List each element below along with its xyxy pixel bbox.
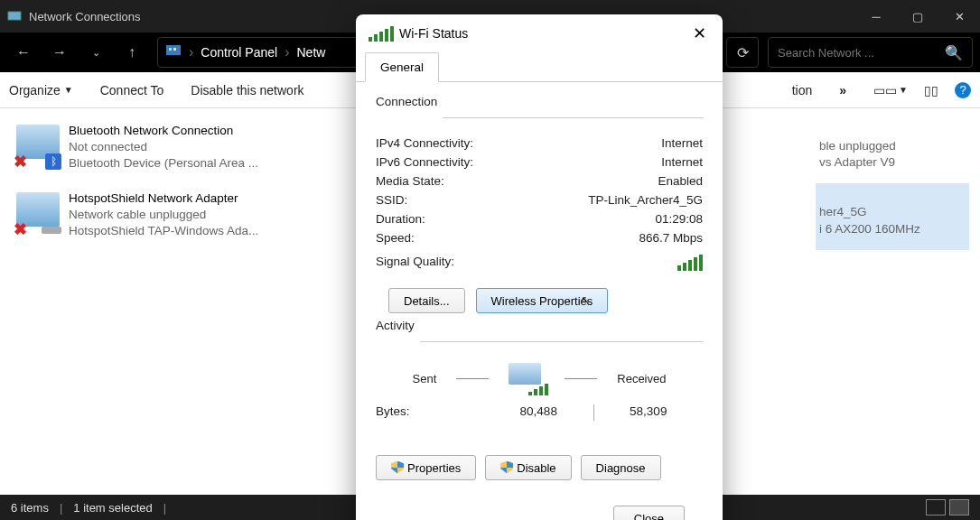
sent-label: Sent bbox=[413, 372, 437, 385]
ssid-label: SSID: bbox=[376, 193, 407, 207]
svg-rect-4 bbox=[173, 48, 176, 51]
ethernet-badge-icon bbox=[42, 227, 61, 234]
ipv4-value: Internet bbox=[661, 136, 703, 150]
dialog-titlebar[interactable]: Wi-Fi Status ✕ bbox=[356, 14, 723, 52]
signal-bars-icon bbox=[677, 255, 703, 271]
search-box[interactable]: 🔍 bbox=[768, 37, 973, 68]
window-title: Network Connections bbox=[29, 10, 141, 23]
connect-to-button[interactable]: Connect To bbox=[100, 83, 164, 98]
adapter-device: vs Adapter V9 bbox=[819, 154, 966, 171]
search-input[interactable] bbox=[778, 46, 945, 60]
adapter-status: her4_5G bbox=[819, 204, 966, 220]
adapter-icon: ✖ ᛒ bbox=[14, 123, 60, 168]
activity-group: Activity Sent Received Bytes: 80,488 58,… bbox=[376, 335, 703, 480]
app-icon bbox=[7, 9, 22, 23]
recent-dropdown[interactable]: ⌄ bbox=[79, 36, 112, 69]
speed-label: Speed: bbox=[376, 231, 415, 245]
selection-count: 1 item selected bbox=[73, 501, 152, 515]
dialog-close-button[interactable]: ✕ bbox=[689, 20, 710, 47]
diagnose-button[interactable]: Diagnose bbox=[581, 455, 661, 480]
adapter-hotspotshield[interactable]: ✖ HotspotShield Network Adapter Network … bbox=[11, 185, 414, 253]
bluetooth-badge-icon: ᛒ bbox=[45, 153, 61, 170]
activity-line bbox=[565, 378, 597, 379]
ipv4-label: IPv4 Connectivity: bbox=[376, 136, 473, 150]
adapter-bluetooth[interactable]: ✖ ᛒ Bluetooth Network Connection Not con… bbox=[11, 117, 414, 185]
preview-pane-button[interactable]: ▯▯ bbox=[924, 83, 938, 98]
adapter-cut-text[interactable]: ble unplugged vs Adapter V9 bbox=[816, 117, 969, 183]
adapter-device: i 6 AX200 160MHz bbox=[819, 221, 966, 237]
disable-button[interactable]: Disable bbox=[485, 455, 571, 480]
forward-button[interactable]: → bbox=[43, 36, 76, 69]
shield-icon bbox=[500, 461, 513, 474]
maximize-button[interactable]: ▢ bbox=[897, 0, 938, 32]
refresh-button[interactable]: ⟳ bbox=[726, 37, 759, 68]
disable-device-button[interactable]: Disable this network bbox=[191, 83, 303, 98]
view-details-button[interactable] bbox=[926, 499, 946, 515]
ssid-value: TP-Link_Archer4_5G bbox=[588, 193, 703, 207]
properties-button[interactable]: Properties bbox=[376, 455, 476, 480]
cursor-icon: ↖ bbox=[581, 293, 591, 319]
activity-icon bbox=[509, 363, 545, 394]
search-icon: 🔍 bbox=[945, 44, 963, 61]
breadcrumb-control-panel[interactable]: Control Panel bbox=[201, 45, 277, 60]
ipv6-value: Internet bbox=[661, 155, 703, 169]
diagnose-button-trunc[interactable]: tion bbox=[792, 83, 813, 98]
svg-rect-0 bbox=[8, 12, 21, 20]
ipv6-label: IPv6 Connectivity: bbox=[376, 155, 473, 169]
dialog-title: Wi-Fi Status bbox=[399, 26, 468, 41]
up-button[interactable]: ↑ bbox=[116, 36, 148, 69]
bytes-received-value: 58,309 bbox=[594, 404, 704, 421]
speed-value: 866.7 Mbps bbox=[639, 231, 703, 245]
activity-line bbox=[456, 378, 489, 379]
received-label: Received bbox=[617, 372, 666, 385]
control-panel-icon bbox=[165, 42, 182, 62]
svg-rect-3 bbox=[169, 48, 172, 51]
details-button[interactable]: Details... bbox=[388, 288, 465, 313]
adapter-icon: ✖ bbox=[14, 190, 60, 236]
breadcrumb-network[interactable]: Netw bbox=[296, 45, 325, 60]
back-button[interactable]: ← bbox=[7, 36, 40, 69]
media-state-value: Enabled bbox=[658, 174, 703, 188]
signal-quality-label: Signal Quality: bbox=[376, 255, 454, 271]
connection-group-label: Connection bbox=[376, 95, 443, 108]
item-count: 6 items bbox=[11, 501, 49, 515]
tab-general[interactable]: General bbox=[365, 52, 439, 82]
wifi-status-dialog: Wi-Fi Status ✕ General Connection IPv4 C… bbox=[356, 14, 723, 520]
dialog-tabs: General bbox=[356, 52, 723, 82]
bytes-label: Bytes: bbox=[376, 404, 484, 421]
close-button[interactable]: Close bbox=[613, 506, 685, 520]
duration-label: Duration: bbox=[376, 212, 425, 226]
minimize-button[interactable]: ─ bbox=[855, 0, 897, 32]
view-tiles-button[interactable] bbox=[949, 499, 969, 515]
help-button[interactable]: ? bbox=[955, 82, 971, 98]
media-state-label: Media State: bbox=[376, 174, 444, 188]
close-button[interactable]: ✕ bbox=[938, 0, 980, 32]
organize-menu[interactable]: Organize▼ bbox=[9, 83, 73, 98]
activity-group-label: Activity bbox=[376, 319, 420, 332]
overflow-button[interactable]: » bbox=[839, 83, 846, 98]
bytes-sent-value: 80,488 bbox=[484, 404, 593, 421]
adapter-status: ble unplugged bbox=[819, 138, 966, 154]
wifi-signal-icon bbox=[369, 25, 394, 42]
view-options-button[interactable]: ▭▭▼ bbox=[873, 83, 908, 98]
breadcrumb-sep: › bbox=[189, 44, 193, 60]
shield-icon bbox=[391, 461, 404, 474]
breadcrumb-sep: › bbox=[285, 44, 289, 60]
adapter-wifi-selected[interactable]: her4_5G i 6 AX200 160MHz bbox=[816, 183, 969, 249]
duration-value: 01:29:08 bbox=[655, 212, 703, 226]
connection-group: Connection IPv4 Connectivity:Internet IP… bbox=[376, 111, 703, 319]
